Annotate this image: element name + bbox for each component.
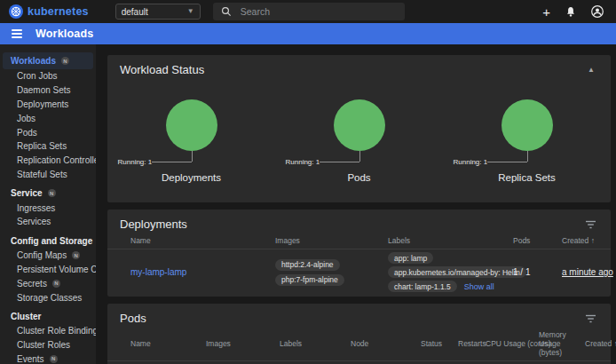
- deployment-pods-count: 1 / 1: [513, 267, 562, 277]
- search-input[interactable]: [239, 5, 367, 18]
- deployments-card: Deployments Name Images Labels Pods: [107, 210, 611, 297]
- kubernetes-logo-icon: [9, 4, 23, 19]
- sidebar-item[interactable]: Workloads N: [3, 52, 93, 69]
- workload-status-charts: Running: 1 Deployments Running: 1 Pods: [107, 80, 611, 188]
- sidebar-item[interactable]: Jobs: [0, 111, 96, 125]
- chart-legend: Running: 1: [454, 158, 488, 166]
- brand-text: kubernetes: [28, 5, 89, 18]
- deployment-labels: app: lamp app.kubernetes.io/managed-by: …: [388, 252, 513, 292]
- column-header-pods[interactable]: Pods: [513, 236, 562, 245]
- namespace-value: default: [122, 7, 148, 17]
- column-header-images[interactable]: Images: [206, 339, 280, 348]
- column-header-memory[interactable]: Memory Usage (bytes): [539, 330, 585, 357]
- search-bar[interactable]: [213, 3, 405, 20]
- deployment-images: httpd:2.4-alpine php:7-fpm-alpine: [275, 259, 388, 286]
- sidebar-item[interactable]: Cluster Role Bindings: [0, 324, 96, 338]
- column-header-cpu[interactable]: CPU Usage (cores): [486, 339, 539, 348]
- filter-icon[interactable]: [583, 218, 598, 231]
- sidebar-item[interactable]: Cron Jobs: [0, 69, 96, 83]
- namespaced-badge-icon: N: [72, 251, 80, 259]
- column-header-node[interactable]: Node: [351, 339, 421, 348]
- bell-icon: [565, 6, 576, 18]
- sidebar-item[interactable]: Services: [0, 215, 96, 229]
- collapse-icon[interactable]: ▲: [584, 64, 598, 75]
- column-header-created[interactable]: Created ↑: [562, 236, 604, 245]
- sidebar-item[interactable]: Service N: [0, 185, 96, 201]
- sidebar-item[interactable]: Ingresses: [0, 201, 96, 215]
- workload-chart: Running: 1 Deployments: [111, 99, 272, 188]
- search-icon: [221, 6, 232, 17]
- kubernetes-dashboard: kubernetes default ▼ +: [0, 0, 616, 364]
- pods-title: Pods: [120, 312, 146, 325]
- callout-line: [527, 151, 528, 162]
- namespaced-badge-icon: N: [50, 355, 58, 363]
- account-icon: [591, 5, 604, 18]
- app-toolbar: Workloads: [0, 23, 616, 44]
- notifications-button[interactable]: [565, 6, 576, 18]
- sidebar-item[interactable]: Replication Controllers: [0, 154, 96, 168]
- filter-icon[interactable]: [583, 313, 598, 325]
- sidebar-item[interactable]: Stateful Sets: [0, 167, 96, 181]
- page-title: Workloads: [36, 28, 93, 40]
- chart-title: Pods: [279, 172, 440, 183]
- sidebar-item[interactable]: Daemon Sets: [0, 83, 96, 98]
- menu-button[interactable]: [12, 29, 22, 38]
- workload-chart: Running: 1 Replica Sets: [446, 99, 608, 188]
- column-header-labels[interactable]: Labels: [388, 236, 513, 245]
- show-all-link[interactable]: Show all: [464, 282, 494, 291]
- sidebar-item[interactable]: Events N: [0, 352, 96, 364]
- deployment-name-link[interactable]: my-lamp-lamp: [130, 267, 186, 277]
- namespace-selector[interactable]: default ▼: [115, 4, 201, 20]
- sidebar-item[interactable]: Storage Classes: [0, 290, 96, 305]
- column-header-created[interactable]: Created ↑: [585, 339, 616, 348]
- pods-card: Pods Name Images Labels Node: [107, 304, 611, 364]
- sidebar-item[interactable]: Persistent Volume Claims N: [0, 263, 96, 277]
- sidebar-item[interactable]: Pods: [0, 125, 96, 139]
- chart-legend: Running: 1: [118, 158, 153, 166]
- column-header-labels[interactable]: Labels: [280, 339, 351, 348]
- chart-legend: Running: 1: [286, 158, 320, 166]
- workload-status-title: Workload Status: [120, 63, 204, 76]
- top-bar-actions: +: [542, 5, 607, 19]
- top-bar: kubernetes default ▼ +: [0, 0, 616, 23]
- column-header-status[interactable]: Status: [421, 339, 458, 348]
- column-header-images[interactable]: Images: [275, 236, 388, 245]
- deployments-title: Deployments: [120, 218, 187, 231]
- sidebar-item[interactable]: Cluster Roles: [0, 338, 96, 352]
- sidebar-item[interactable]: Config and Storage: [0, 233, 96, 249]
- brand-home-link[interactable]: kubernetes: [9, 4, 89, 19]
- sort-arrow-icon: ↑: [591, 236, 595, 245]
- sidebar-item[interactable]: Config Maps N: [0, 249, 96, 263]
- deployment-row: my-lamp-lamp httpd:2.4-alpine php:7-fpm-…: [107, 249, 611, 297]
- chevron-down-icon: ▼: [187, 8, 194, 15]
- create-resource-button[interactable]: +: [542, 5, 550, 19]
- column-header-name[interactable]: Name: [130, 339, 206, 348]
- sidebar-item[interactable]: Secrets N: [0, 276, 96, 290]
- namespaced-badge-icon: N: [61, 57, 69, 65]
- callout-line: [192, 151, 193, 162]
- profile-button[interactable]: [591, 5, 604, 18]
- sidebar-item[interactable]: Replica Sets: [0, 139, 96, 154]
- pie-chart: [166, 99, 217, 151]
- column-header-name[interactable]: Name: [130, 236, 275, 245]
- namespaced-badge-icon: N: [48, 189, 56, 197]
- pie-chart: [334, 99, 385, 151]
- callout-line: [359, 151, 360, 162]
- pie-chart: [501, 99, 553, 151]
- workload-chart: Running: 1 Pods: [279, 99, 440, 188]
- chart-title: Deployments: [111, 172, 272, 183]
- sidebar-item[interactable]: Deployments: [0, 98, 96, 112]
- column-header-restarts[interactable]: Restarts: [458, 339, 486, 348]
- pods-table-header: Name Images Labels Node Status Restarts …: [107, 328, 611, 361]
- sidebar-item[interactable]: Cluster: [0, 308, 96, 324]
- workload-status-card: Workload Status ▲ Running: 1 Deployments: [107, 55, 611, 202]
- deployment-created[interactable]: a minute ago: [562, 267, 613, 277]
- main-content: Workload Status ▲ Running: 1 Deployments: [96, 44, 616, 364]
- chart-title: Replica Sets: [446, 172, 608, 183]
- deployments-table-header: Name Images Labels Pods Created ↑: [107, 234, 611, 249]
- namespaced-badge-icon: N: [52, 280, 60, 288]
- sidebar: Workloads N Cron Jobs Daemon Sets Deploy…: [0, 44, 96, 364]
